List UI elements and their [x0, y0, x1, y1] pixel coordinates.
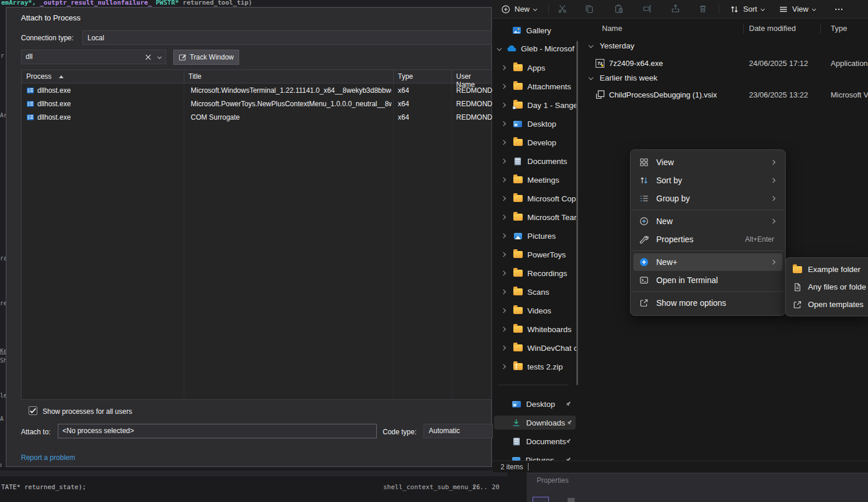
column-header-type[interactable]: Type [398, 72, 413, 81]
connection-type-combobox[interactable]: Local [82, 30, 492, 45]
sidebar-item-videos[interactable]: Videos [493, 304, 582, 318]
sidebar-item-microsoft-tear[interactable]: Microsoft Tear [493, 210, 582, 224]
file-row[interactable]: 7z 7z2409-x64.exe 24/06/2025 17:12 Appli… [586, 56, 866, 70]
sidebar-item-windevchat[interactable]: WinDevChat c [493, 341, 582, 355]
chevron-right-icon[interactable] [501, 159, 506, 163]
copy-icon[interactable] [584, 4, 594, 13]
sidebar-item-whiteboards[interactable]: Whiteboards [493, 322, 582, 336]
chevron-right-icon[interactable] [501, 140, 506, 145]
chevron-right-icon[interactable] [501, 233, 506, 238]
submenu-item-any-files[interactable]: Any files or folde [788, 278, 866, 295]
menu-item-sort-by[interactable]: Sort by [634, 172, 782, 189]
sidebar-item-onedrive[interactable]: Gleb - Microsoft [493, 41, 582, 55]
sidebar-scrollbar[interactable] [576, 41, 578, 385]
menu-item-show-more-options[interactable]: Show more options [634, 294, 782, 312]
chevron-right-icon[interactable] [501, 65, 506, 70]
menu-item-properties[interactable]: Properties Alt+Enter [634, 231, 782, 248]
sidebar-pinned-downloads[interactable]: Downloads [494, 416, 576, 430]
column-separator[interactable] [820, 23, 821, 34]
chevron-right-icon[interactable] [501, 215, 506, 219]
process-filter-input[interactable]: dll [21, 50, 166, 64]
filter-dropdown-icon[interactable] [158, 55, 162, 59]
clear-filter-icon[interactable] [145, 54, 152, 61]
sidebar-pinned-documents[interactable]: Documents [493, 434, 582, 448]
collapse-group-icon[interactable] [589, 43, 593, 48]
table-row[interactable]: dllhost.exe COM Surrogate x64 REDMOND [22, 111, 491, 124]
new-button[interactable]: New [496, 2, 541, 16]
sidebar-item-documents[interactable]: Documents [493, 154, 582, 168]
delete-icon[interactable] [698, 4, 708, 13]
cut-icon[interactable] [558, 4, 567, 13]
column-header-title[interactable]: Title [188, 72, 201, 81]
chevron-right-icon[interactable] [501, 103, 506, 107]
column-separator[interactable] [452, 70, 452, 83]
track-window-label: Track Window [190, 53, 234, 61]
chevron-down-icon[interactable] [497, 46, 502, 51]
sidebar-item-powertoys[interactable]: PowerToys [493, 247, 582, 262]
sidebar-item-gallery[interactable]: Gallery [493, 23, 582, 37]
sidebar-item-microsoft-cop[interactable]: Microsoft Cop [493, 191, 582, 205]
chevron-right-icon[interactable] [501, 364, 506, 369]
menu-item-group-by[interactable]: Group by [634, 190, 782, 207]
chevron-right-icon [771, 260, 775, 264]
menu-item-new[interactable]: New [634, 212, 782, 230]
chevron-right-icon[interactable] [501, 252, 506, 257]
sidebar-item-day1[interactable]: Day 1 - Sangee [493, 98, 582, 112]
more-options-icon[interactable] [834, 5, 844, 14]
report-problem-link[interactable]: Report a problem [21, 454, 75, 462]
sidebar-item-apps[interactable]: Apps [493, 61, 582, 75]
column-separator[interactable] [184, 70, 184, 83]
chevron-right-icon[interactable] [501, 84, 506, 89]
chevron-right-icon[interactable] [501, 121, 506, 126]
properties-control[interactable] [568, 498, 575, 502]
check-icon [29, 407, 37, 414]
column-separator[interactable] [743, 23, 744, 34]
group-header-earlier-this-week[interactable]: Earlier this week [600, 74, 657, 82]
sidebar-item-recordings[interactable]: Recordings [493, 266, 582, 280]
column-separator[interactable] [393, 70, 394, 83]
attach-to-field[interactable]: <No process selected> [58, 424, 377, 438]
sidebar-item-desktop[interactable]: Desktop [493, 117, 582, 131]
properties-selected-control[interactable] [533, 497, 549, 502]
chevron-right-icon[interactable] [501, 308, 506, 313]
submenu-item-example-folder[interactable]: Example folder [788, 261, 866, 278]
chevron-right-icon[interactable] [501, 346, 506, 350]
sidebar-item-scans[interactable]: Scans [493, 285, 582, 299]
file-type: Microsoft Vi [831, 90, 868, 99]
sidebar-pinned-desktop[interactable]: Desktop [493, 397, 582, 411]
chevron-right-icon[interactable] [501, 290, 506, 294]
menu-item-new-plus[interactable]: New+ [634, 253, 782, 271]
column-header-type[interactable]: Type [831, 24, 847, 33]
column-header-process[interactable]: Process [26, 72, 51, 81]
sidebar-item-attachments[interactable]: Attachments [493, 79, 582, 93]
sidebar-item-develop[interactable]: Develop [493, 135, 582, 149]
sidebar-item-pictures[interactable]: Pictures [493, 229, 582, 243]
track-window-button[interactable]: Track Window [173, 50, 239, 65]
code-type-combobox[interactable]: Automatic [424, 424, 493, 438]
show-all-users-checkbox[interactable] [29, 406, 37, 415]
table-row[interactable]: dllhost.exe Microsoft.WindowsTerminal_1.… [22, 84, 491, 97]
editor-panel-edge [0, 470, 508, 476]
sidebar-item-tests-zip[interactable]: tests 2.zip [493, 360, 582, 374]
table-row[interactable]: dllhost.exe Microsoft.PowerToys.NewPlusC… [22, 97, 491, 111]
menu-item-open-in-terminal[interactable]: Open in Terminal [634, 271, 782, 289]
paste-icon[interactable] [614, 4, 624, 13]
sidebar-item-meetings[interactable]: Meetings [493, 173, 582, 187]
chevron-right-icon[interactable] [501, 327, 506, 332]
menu-item-view[interactable]: View [634, 154, 782, 171]
rename-icon[interactable] [643, 4, 652, 13]
column-header-date-modified[interactable]: Date modified [749, 24, 796, 33]
share-icon[interactable] [671, 4, 680, 13]
file-row[interactable]: ChildProcessDebugging (1).vsix 23/06/202… [586, 88, 866, 102]
chevron-right-icon[interactable] [501, 271, 506, 276]
chevron-right-icon[interactable] [501, 196, 506, 201]
sort-button[interactable]: Sort [725, 2, 769, 16]
editor-breadcrumb[interactable]: shell_context_sub_menu_i... [383, 483, 488, 491]
folder-icon [513, 176, 523, 183]
group-header-yesterday[interactable]: Yesterday [600, 41, 635, 50]
view-button[interactable]: View [774, 2, 820, 16]
submenu-item-open-templates[interactable]: Open templates [788, 296, 866, 313]
chevron-right-icon[interactable] [501, 177, 506, 182]
collapse-group-icon[interactable] [589, 75, 593, 80]
column-header-name[interactable]: Name [602, 24, 622, 33]
